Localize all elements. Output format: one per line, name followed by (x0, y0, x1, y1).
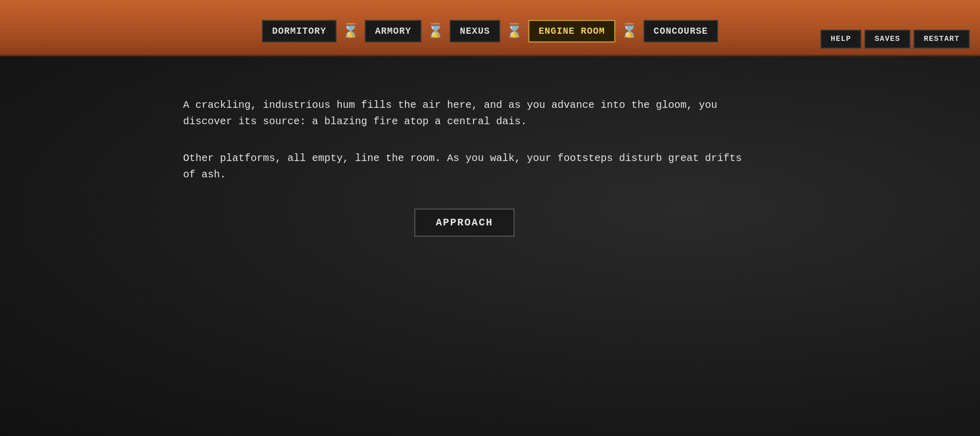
saves-button[interactable]: SAVES (864, 30, 910, 49)
nav-tab-concourse[interactable]: CONCOURSE (643, 20, 718, 42)
header-controls: HELPSAVESRESTART (820, 30, 970, 49)
story-text: A crackling, industrious hum fills the a… (183, 97, 746, 203)
approach-button[interactable]: APPROACH (414, 209, 515, 237)
nav-separator-icon: ⌛ (427, 22, 444, 40)
nav-tab-engine-room[interactable]: ENGINE ROOM (528, 20, 615, 42)
nav-separator-icon: ⌛ (505, 22, 523, 40)
nav-separator-icon: ⌛ (620, 22, 638, 40)
story-paragraph: A crackling, industrious hum fills the a… (183, 97, 746, 130)
story-paragraph: Other platforms, all empty, line the roo… (183, 150, 746, 183)
header: DORMITORY⌛ARMORY⌛NEXUS⌛ENGINE ROOM⌛CONCO… (0, 0, 980, 56)
nav-tabs: DORMITORY⌛ARMORY⌛NEXUS⌛ENGINE ROOM⌛CONCO… (262, 0, 718, 55)
restart-button[interactable]: RESTART (914, 30, 970, 49)
action-button-container: APPROACH (183, 209, 746, 237)
nav-tab-dormitory[interactable]: DORMITORY (262, 20, 337, 42)
nav-tab-armory[interactable]: ARMORY (365, 20, 421, 42)
nav-separator-icon: ⌛ (342, 22, 360, 40)
help-button[interactable]: HELP (820, 30, 861, 49)
nav-tab-nexus[interactable]: NEXUS (450, 20, 500, 42)
main-content: A crackling, industrious hum fills the a… (0, 56, 980, 436)
